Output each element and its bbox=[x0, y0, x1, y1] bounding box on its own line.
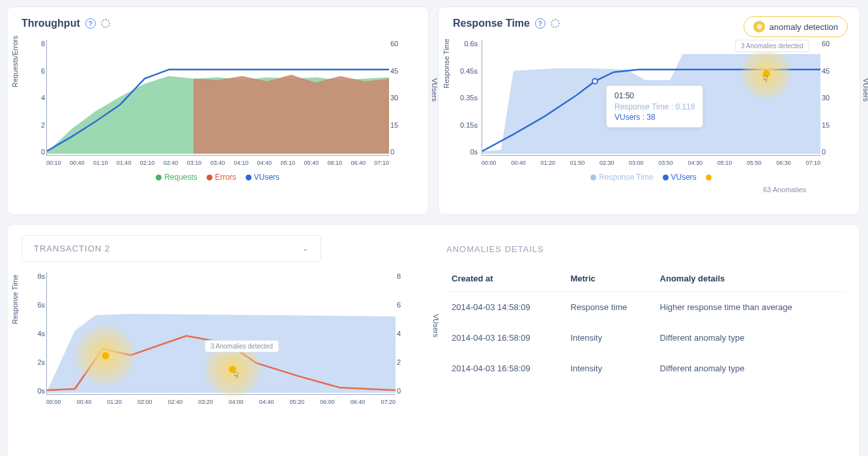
throughput-chart: Requests/Errors VUsers 8 6 4 2 0 60 45 3… bbox=[22, 35, 414, 184]
loading-spinner-icon bbox=[551, 19, 560, 28]
response-card: Response Time ? ✽ anomaly detection Resp… bbox=[438, 7, 860, 215]
table-row[interactable]: 2014-04-03 16:58:09 Intensity Different … bbox=[446, 322, 845, 353]
anomalies-details-title: ANOMALIES DETAILS bbox=[446, 244, 845, 254]
transaction-chart: Response Time VUsers 8s6s4s2s0s 86420 bbox=[22, 267, 420, 423]
throughput-yright-ticks: 60 45 30 15 0 bbox=[390, 40, 402, 156]
response-yright-ticks: 604530150 bbox=[822, 40, 833, 156]
response-yright-label: VUsers bbox=[862, 78, 868, 102]
response-x-ticks: 00:0000:4001:2001:5002:3003:0003:5004:30… bbox=[482, 160, 820, 166]
chevron-down-icon: ⌄ bbox=[302, 244, 309, 253]
response-chart: Response Time VUsers 0.6s0.45s0.35s0.15s… bbox=[453, 35, 845, 184]
transaction-panel: TRANSACTION 2 ⌄ Response Time VUsers 8s6… bbox=[22, 235, 420, 448]
throughput-x-ticks: 00:1000:4001:1001:4002:1002:4003:1003:40… bbox=[46, 160, 389, 166]
col-metric: Metric bbox=[565, 266, 654, 292]
response-yleft-label: Response Time bbox=[442, 38, 450, 88]
transaction-yleft-label: Response Time bbox=[11, 274, 19, 324]
col-created: Created at bbox=[446, 266, 565, 292]
throughput-legend: Requests Errors VUsers bbox=[46, 173, 389, 182]
response-plot[interactable]: 3 Anomalies detected ☟ 01:50 Response Ti… bbox=[482, 40, 820, 156]
transaction-yright-ticks: 86420 bbox=[397, 272, 409, 395]
anomaly-marker-1[interactable] bbox=[74, 324, 136, 386]
legend-vusers[interactable]: VUsers bbox=[246, 173, 280, 182]
help-icon[interactable]: ? bbox=[85, 18, 96, 29]
details-card: TRANSACTION 2 ⌄ Response Time VUsers 8s6… bbox=[7, 224, 860, 456]
response-title: Response Time bbox=[453, 18, 530, 29]
legend-requests[interactable]: Requests bbox=[156, 173, 197, 182]
anomalies-details-panel: ANOMALIES DETAILS Created at Metric Anom… bbox=[446, 235, 845, 448]
loading-spinner-icon bbox=[101, 19, 110, 28]
transaction-plot[interactable]: 3 Anomalies detected ☟ bbox=[46, 272, 396, 395]
legend-anomaly-dot[interactable] bbox=[706, 173, 712, 182]
table-header-row: Created at Metric Anomaly details bbox=[446, 266, 845, 292]
transaction-x-ticks: 00:0000:4001:2002:0002:4003:2004:0004:40… bbox=[46, 399, 396, 405]
legend-response-time[interactable]: Response Time bbox=[590, 173, 653, 182]
svg-point-0 bbox=[592, 79, 598, 84]
throughput-yleft-ticks: 8 6 4 2 0 bbox=[33, 40, 45, 156]
anomaly-tooltip: 3 Anomalies detected bbox=[205, 340, 279, 352]
response-tooltip: 01:50 Response Time : 0.118 VUsers : 38 bbox=[606, 85, 703, 128]
table-row[interactable]: 2014-04-03 14:58:09 Response time Higher… bbox=[446, 292, 845, 323]
anomalies-table: Created at Metric Anomaly details 2014-0… bbox=[446, 266, 845, 384]
cursor-icon: ☟ bbox=[233, 370, 239, 380]
cursor-icon: ☟ bbox=[762, 74, 768, 84]
anomaly-tooltip: 3 Anomalies detected bbox=[735, 40, 809, 52]
transaction-yleft-ticks: 8s6s4s2s0s bbox=[33, 272, 45, 395]
col-detail: Anomaly details bbox=[655, 266, 845, 292]
response-yleft-ticks: 0.6s0.45s0.35s0.15s0s bbox=[458, 40, 478, 156]
throughput-title-row: Throughput ? bbox=[22, 18, 414, 29]
transaction-yright-label: VUsers bbox=[432, 314, 440, 337]
legend-errors[interactable]: Errors bbox=[207, 173, 237, 182]
throughput-plot[interactable] bbox=[46, 40, 389, 156]
throughput-yleft-label: Requests/Errors bbox=[11, 36, 19, 87]
throughput-title: Throughput bbox=[22, 18, 80, 29]
throughput-card: Throughput ? Requests/Errors VUsers 8 6 … bbox=[7, 7, 429, 215]
gear-icon: ✽ bbox=[753, 21, 765, 33]
help-icon[interactable]: ? bbox=[535, 18, 545, 29]
anomaly-count: 63 Anomalies bbox=[763, 186, 806, 193]
table-row[interactable]: 2014-04-03 16:58:09 Intensity Different … bbox=[446, 353, 845, 384]
legend-vusers[interactable]: VUsers bbox=[663, 173, 697, 182]
transaction-selector[interactable]: TRANSACTION 2 ⌄ bbox=[22, 235, 321, 262]
response-legend: Response Time VUsers bbox=[482, 173, 820, 182]
